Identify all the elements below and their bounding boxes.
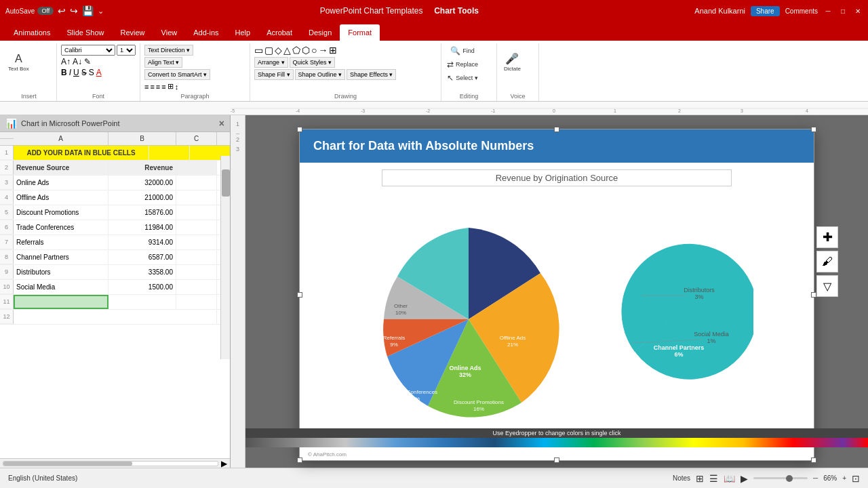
shape-outline-btn[interactable]: Shape Outline ▾ (295, 69, 346, 80)
italic-btn[interactable]: I (69, 68, 71, 77)
handle-tr[interactable] (811, 127, 816, 132)
chart-area[interactable]: Revenue by Origination Source (300, 163, 814, 453)
close-btn[interactable]: ✕ (853, 6, 863, 16)
save-btn[interactable]: 💾 (82, 5, 94, 16)
find-btn[interactable]: 🔍 Find (446, 45, 479, 57)
handle-tc[interactable] (554, 127, 559, 132)
minimize-btn[interactable]: ─ (823, 6, 833, 16)
select-btn[interactable]: ↖ Select ▾ (446, 72, 479, 84)
cell-rev-8[interactable]: 1500.00 (108, 280, 176, 294)
zoom-thumb[interactable] (786, 475, 793, 482)
h-scroll-thumb[interactable] (3, 462, 132, 466)
horizontal-scrollbar[interactable] (3, 461, 218, 466)
justify-btn[interactable]: ≡ (161, 83, 165, 91)
font-family-select[interactable]: Calibri (61, 45, 115, 56)
redo-btn[interactable]: ↪ (70, 5, 78, 16)
highlight-cell[interactable]: ADD YOUR DATA IN BLUE CELLS (14, 146, 149, 160)
scroll-thumb[interactable] (222, 169, 230, 197)
align-left-btn[interactable]: ≡ (144, 83, 149, 91)
shape-fill-btn[interactable]: Shape Fill ▾ (254, 69, 294, 80)
color-bar[interactable] (245, 438, 868, 447)
text-direction-btn[interactable]: Text Direction ▾ (144, 45, 193, 56)
paint-brush-btn[interactable]: 🖌 (816, 251, 838, 272)
font-color-btn[interactable]: A (96, 68, 102, 77)
selected-cell[interactable] (14, 295, 108, 309)
shape-rounded[interactable]: ▢ (264, 45, 273, 56)
arrange-btn[interactable]: Arrange ▾ (254, 57, 288, 68)
add-element-btn[interactable]: ✚ (816, 226, 838, 248)
shape-triangle[interactable]: △ (283, 45, 291, 56)
handle-bc[interactable] (554, 458, 559, 463)
convert-smartart-btn[interactable]: Convert to SmartArt ▾ (144, 69, 210, 80)
undo-btn[interactable]: ↩ (58, 5, 66, 16)
col-a-header[interactable]: A (14, 132, 108, 145)
handle-bl[interactable] (297, 458, 302, 463)
cell-source-7[interactable]: Distributors (14, 265, 108, 279)
tab-acrobat[interactable]: Acrobat (258, 24, 300, 41)
shape-more[interactable]: ⊞ (329, 45, 337, 56)
font-increase-btn[interactable]: A↑ (61, 57, 71, 66)
slide[interactable]: Chart for Data with Absolute Numbers Rev… (299, 129, 814, 461)
shape-oval[interactable]: ○ (311, 45, 317, 56)
tab-design[interactable]: Design (300, 24, 340, 41)
zoom-out-btn[interactable]: ─ (813, 474, 818, 482)
handle-mr[interactable] (811, 292, 816, 298)
handle-tl[interactable] (297, 127, 302, 132)
cell-source-6[interactable]: Channel Partners (14, 250, 108, 264)
replace-btn[interactable]: ⇄ Replace (446, 58, 479, 70)
shadow-btn[interactable]: S (89, 68, 94, 77)
cell-rev-4[interactable]: 11984.00 (108, 220, 176, 235)
shape-hexagon[interactable]: ⬡ (302, 45, 310, 56)
font-decrease-btn[interactable]: A↓ (73, 57, 82, 66)
col-c-header[interactable]: C (176, 132, 217, 145)
sheet-nav-right[interactable]: ▶ (221, 459, 227, 468)
shape-rect[interactable]: ▭ (254, 45, 263, 56)
cell-source-2[interactable]: Offline Ads (14, 190, 108, 205)
cell-source-8[interactable]: Social Media (14, 280, 108, 294)
quick-styles-btn[interactable]: Quick Styles ▾ (290, 57, 336, 68)
dictate-btn[interactable]: 🎤 Dictate (501, 45, 524, 80)
tab-view[interactable]: View (153, 24, 186, 41)
tab-help[interactable]: Help (227, 24, 259, 41)
shape-diamond[interactable]: ◇ (275, 45, 282, 56)
more-btn[interactable]: ⌄ (98, 7, 104, 16)
col-b-header[interactable]: B (108, 132, 176, 145)
underline-btn[interactable]: U (73, 68, 79, 77)
col-btn[interactable]: ⊞ (167, 82, 174, 91)
comments-btn[interactable]: Comments (785, 7, 818, 15)
align-center-btn[interactable]: ≡ (150, 83, 154, 91)
cell-rev-7[interactable]: 3358.00 (108, 265, 176, 279)
share-btn[interactable]: Share (751, 6, 780, 16)
cell-rev-3[interactable]: 15876.00 (108, 205, 176, 220)
zoom-slider[interactable] (753, 477, 808, 479)
cell-rev-1[interactable]: 32000.00 (108, 176, 176, 190)
handle-ml[interactable] (297, 292, 302, 298)
bold-btn[interactable]: B (61, 68, 67, 77)
cell-rev-6[interactable]: 6587.00 (108, 250, 176, 264)
shape-arrow[interactable]: → (318, 45, 328, 56)
strikethrough-btn[interactable]: S̶ (81, 68, 87, 77)
shape-effects-btn[interactable]: Shape Effects ▾ (347, 69, 396, 80)
maximize-btn[interactable]: □ (838, 6, 848, 16)
cell-source-1[interactable]: Online Ads (14, 176, 108, 190)
cell-rev-2[interactable]: 21000.00 (108, 190, 176, 205)
tab-animations[interactable]: Animations (5, 24, 58, 41)
zoom-in-btn[interactable]: + (842, 474, 846, 482)
line-spacing-btn[interactable]: ↕ (175, 83, 179, 91)
handle-br[interactable] (811, 458, 816, 463)
cell-source-4[interactable]: Trade Conferences (14, 220, 108, 235)
vertical-scrollbar[interactable] (220, 156, 230, 359)
btn-textbox[interactable]: A Text Box (5, 45, 32, 80)
tab-format[interactable]: Format (340, 24, 380, 41)
align-text-btn[interactable]: Align Text ▾ (144, 57, 182, 68)
notes-btn[interactable]: Notes (673, 474, 690, 482)
align-right-btn[interactable]: ≡ (156, 83, 160, 91)
font-size-select[interactable]: 11 (117, 45, 136, 56)
tab-review[interactable]: Review (112, 24, 153, 41)
font-clear-btn[interactable]: ✎ (84, 57, 91, 66)
cell-source-3[interactable]: Discount Promotions (14, 205, 108, 220)
chart-title-label[interactable]: Revenue by Origination Source (382, 169, 732, 186)
tab-slideshow[interactable]: Slide Show (58, 24, 112, 41)
chart-close-btn[interactable]: × (219, 118, 224, 129)
shape-pentagon[interactable]: ⬠ (292, 45, 300, 56)
